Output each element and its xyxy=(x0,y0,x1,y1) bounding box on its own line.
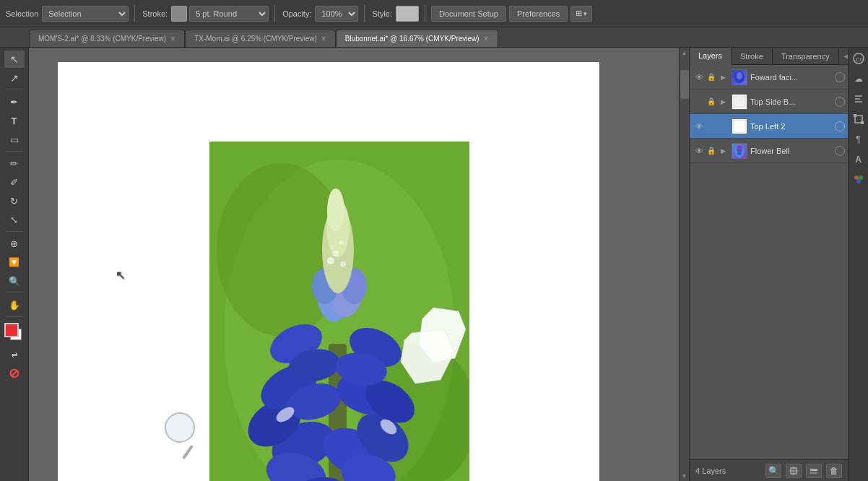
layers-delete-btn[interactable]: 🗑 xyxy=(826,464,842,478)
paragraph-icon[interactable]: ¶ xyxy=(851,131,867,147)
layers-panel-tabs: Layers Stroke Transparency ◀▶ ≡ xyxy=(690,48,848,65)
paintbrush-tool-icon: ✏ xyxy=(10,158,18,169)
layer-2-circle[interactable] xyxy=(835,97,845,107)
layer-2-eye-icon[interactable]: 👁 xyxy=(693,95,706,108)
layer-3-lock-icon[interactable] xyxy=(706,121,717,132)
type-tool-btn[interactable]: T xyxy=(4,112,25,129)
layers-add-btn[interactable] xyxy=(786,464,802,478)
layers-panel: Layers Stroke Transparency ◀▶ ≡ 👁 🔒 ▶ xyxy=(690,48,848,481)
layer-3-expand-icon[interactable] xyxy=(717,121,729,132)
arrange-button[interactable]: ⊞ ▾ xyxy=(570,6,592,22)
layer-row-4[interactable]: 👁 🔒 ▶ Flower Bell xyxy=(690,139,848,163)
layer-3-circle[interactable] xyxy=(835,121,845,131)
layer-3-thumbnail xyxy=(732,118,747,134)
tab-blubonnet-close[interactable]: × xyxy=(484,35,489,43)
paintbrush-tool-btn[interactable]: ✏ xyxy=(4,155,25,172)
transform-icon[interactable] xyxy=(851,111,867,127)
none-color-btn[interactable]: ⊘ xyxy=(4,365,25,382)
selection-tool-btn[interactable]: ↖ xyxy=(4,51,25,68)
left-toolbox: ↖ ↗ ✒ T ▭ ✏ ✐ ↻ ⤡ ⊕ 🔽 xyxy=(0,48,29,481)
layers-expand-icon[interactable]: ◀▶ xyxy=(839,49,848,63)
magnifier-handle xyxy=(182,445,194,459)
tab-moms-label: MOM'S-2.ai* @ 8.33% (CMYK/Preview) xyxy=(38,35,166,43)
scrollbar-thumb[interactable] xyxy=(680,70,689,99)
layers-move-btn[interactable] xyxy=(806,464,822,478)
pen-tool-btn[interactable]: ✒ xyxy=(4,93,25,110)
document-background: ↖ xyxy=(58,62,599,481)
align-icon[interactable] xyxy=(851,91,867,107)
svg-point-60 xyxy=(854,176,859,180)
scrollbar-down-arrow[interactable]: ▼ xyxy=(680,471,689,481)
layer-row-2[interactable]: 👁 🔒 ▶ Top Side B... xyxy=(690,90,848,114)
rotate-tool-icon: ↻ xyxy=(10,196,18,207)
tab-txmom-close[interactable]: × xyxy=(321,35,326,43)
swap-colors-btn[interactable]: ⇄ xyxy=(4,346,25,363)
stroke-color-swatch[interactable] xyxy=(171,6,187,22)
main-toolbar: Selection Selection Stroke: 5 pt. Round … xyxy=(0,0,868,27)
cc-icon[interactable]: CC xyxy=(851,51,867,66)
style-label: Style: xyxy=(370,9,394,18)
selection-tool-icon: ↖ xyxy=(10,53,19,65)
rotate-tool-btn[interactable]: ↻ xyxy=(4,192,25,209)
layer-2-thumbnail xyxy=(732,94,747,110)
layers-tab-stroke[interactable]: Stroke xyxy=(732,48,773,64)
hand-tool-icon: ✋ xyxy=(9,300,20,311)
layer-row-1[interactable]: 👁 🔒 ▶ Foward faci... xyxy=(690,65,848,90)
layer-4-circle[interactable] xyxy=(835,146,845,156)
color-guide-icon[interactable] xyxy=(851,172,867,188)
selection-dropdown[interactable]: Selection xyxy=(42,6,129,22)
scale-tool-icon: ⤡ xyxy=(10,214,18,225)
canvas-image xyxy=(209,142,469,481)
eyedropper-tool-icon: 🔽 xyxy=(9,257,19,267)
layers-tab-layers[interactable]: Layers xyxy=(690,48,732,65)
magnifier-cursor xyxy=(165,412,204,459)
blend-tool-btn[interactable]: ⊕ xyxy=(4,235,25,252)
svg-rect-42 xyxy=(734,96,745,108)
tab-blubonnet[interactable]: Blubonnet.ai* @ 16.67% (CMYK/Preview) × xyxy=(336,30,498,47)
tab-txmom[interactable]: TX-Mom.ai @ 6.25% (CMYK/Preview) × xyxy=(185,30,336,47)
scrollbar-up-arrow[interactable]: ▲ xyxy=(680,48,689,58)
layer-2-expand-icon[interactable]: ▶ xyxy=(717,96,729,108)
layer-4-expand-icon[interactable]: ▶ xyxy=(717,145,729,157)
hand-tool-btn[interactable]: ✋ xyxy=(4,296,25,313)
stroke-tool-group: Stroke: 5 pt. Round 1 pt 2 pt 3 pt 10 pt xyxy=(141,6,269,22)
opacity-dropdown[interactable]: 100% 50% 75% xyxy=(315,6,358,22)
eyedropper-tool-btn[interactable]: 🔽 xyxy=(4,254,25,271)
document-setup-button[interactable]: Document Setup xyxy=(431,6,506,22)
layer-2-lock-icon[interactable]: 🔒 xyxy=(706,96,717,108)
direct-selection-icon: ↗ xyxy=(10,72,19,84)
scale-tool-btn[interactable]: ⤡ xyxy=(4,211,25,228)
layers-tab-transparency[interactable]: Transparency xyxy=(773,48,839,64)
toolbar-sep-2 xyxy=(274,5,275,22)
svg-point-32 xyxy=(340,261,346,267)
vertical-scrollbar[interactable]: ▲ ▼ xyxy=(679,48,689,481)
preferences-button[interactable]: Preferences xyxy=(509,6,568,22)
tab-moms[interactable]: MOM'S-2.ai* @ 8.33% (CMYK/Preview) × xyxy=(29,30,185,47)
tab-moms-close[interactable]: × xyxy=(170,35,175,43)
layers-search-btn[interactable]: 🔍 xyxy=(765,464,781,478)
tab-blubonnet-label: Blubonnet.ai* @ 16.67% (CMYK/Preview) xyxy=(345,35,479,43)
document-tabs: MOM'S-2.ai* @ 8.33% (CMYK/Preview) × TX-… xyxy=(0,27,868,48)
direct-selection-tool-btn[interactable]: ↗ xyxy=(4,69,25,87)
layer-1-eye-icon[interactable]: 👁 xyxy=(693,71,706,84)
style-swatch[interactable] xyxy=(396,6,419,22)
layer-3-eye-icon[interactable]: 👁 xyxy=(693,120,706,133)
foreground-color[interactable] xyxy=(4,323,19,337)
svg-rect-43 xyxy=(734,121,745,132)
layer-4-eye-icon[interactable]: 👁 xyxy=(693,144,706,157)
layer-4-lock-icon[interactable]: 🔒 xyxy=(706,145,717,157)
layer-1-lock-icon[interactable]: 🔒 xyxy=(706,72,717,83)
rectangle-tool-btn[interactable]: ▭ xyxy=(4,131,25,148)
layer-1-expand-icon[interactable]: ▶ xyxy=(717,72,729,83)
main-content: ↖ ↗ ✒ T ▭ ✏ ✐ ↻ ⤡ ⊕ 🔽 xyxy=(0,48,868,481)
zoom-tool-btn[interactable]: 🔍 xyxy=(4,272,25,290)
type-icon[interactable]: A xyxy=(851,152,867,168)
cloud-icon[interactable]: ☁ xyxy=(851,71,867,87)
layer-1-circle[interactable] xyxy=(835,72,845,82)
stroke-dropdown[interactable]: 5 pt. Round 1 pt 2 pt 3 pt 10 pt xyxy=(189,6,269,22)
layer-row-3[interactable]: 👁 Top Left 2 xyxy=(690,114,848,139)
canvas-area[interactable]: ↖ xyxy=(29,48,679,481)
svg-rect-58 xyxy=(854,114,856,117)
pencil-tool-btn[interactable]: ✐ xyxy=(4,173,25,191)
pen-tool-icon: ✒ xyxy=(10,97,18,108)
